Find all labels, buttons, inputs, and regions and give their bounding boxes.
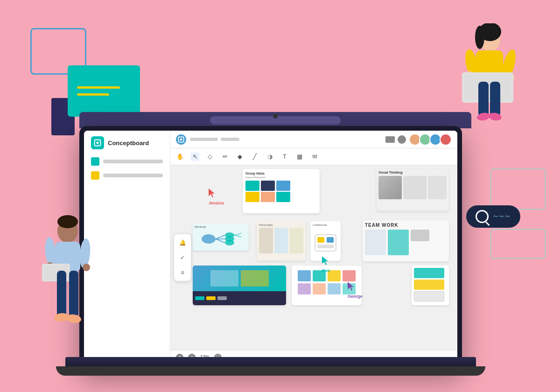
left-toolbar: 🔔 ✓ ≡ bbox=[174, 234, 191, 281]
jessica-label: Jessica bbox=[209, 201, 224, 205]
header-logo-icon bbox=[176, 134, 186, 145]
pen-tool[interactable]: ✏ bbox=[221, 153, 229, 161]
select-tool[interactable]: ↖ bbox=[191, 153, 199, 161]
header-bar-1 bbox=[190, 138, 218, 141]
collaborate-label: Collaborate bbox=[313, 224, 338, 226]
teamwork-title: TEAM WORK bbox=[365, 223, 447, 228]
sidebar-text-2 bbox=[103, 174, 163, 177]
svg-rect-11 bbox=[490, 82, 500, 117]
laptop: Conceptboard bbox=[79, 112, 471, 387]
svg-rect-23 bbox=[57, 271, 66, 317]
check-tool[interactable]: ✓ bbox=[177, 252, 188, 263]
photo-card bbox=[193, 266, 286, 305]
sidebar-logo: Conceptboard bbox=[91, 136, 163, 149]
svg-point-15 bbox=[57, 215, 78, 228]
group-ideas-title: Group Ideas bbox=[245, 172, 317, 175]
header-bar-2 bbox=[221, 138, 239, 141]
grid-icon[interactable] bbox=[385, 136, 395, 143]
mindmap-card: Mindmap bbox=[193, 224, 249, 251]
collaborate-card: Collaborate bbox=[310, 221, 341, 261]
cursor-jessica: Jessica bbox=[209, 189, 224, 205]
hand-tool[interactable]: ✋ bbox=[176, 153, 184, 161]
sidebar-color-yellow bbox=[91, 171, 99, 180]
shapes-tool[interactable]: ◇ bbox=[206, 153, 214, 161]
man-illustration bbox=[37, 212, 98, 362]
list-tool[interactable]: ≡ bbox=[177, 267, 188, 278]
app-header bbox=[170, 131, 457, 148]
visual-thinking-card: Visual Thinking bbox=[377, 169, 449, 211]
color-tool[interactable]: ◑ bbox=[266, 153, 274, 161]
sidebar-item-2[interactable] bbox=[91, 171, 163, 180]
svg-marker-42 bbox=[209, 189, 215, 197]
app-canvas[interactable]: 🔔 ✓ ≡ Group Ideas Feature Brainstorm bbox=[170, 165, 457, 350]
deco-square-right-2 bbox=[490, 229, 546, 259]
personality-card: Personality bbox=[257, 221, 306, 261]
header-text-bars bbox=[190, 138, 239, 141]
george-label: George bbox=[348, 294, 363, 299]
notes-card bbox=[412, 266, 449, 305]
svg-rect-39 bbox=[317, 237, 324, 243]
svg-marker-44 bbox=[348, 282, 354, 291]
svg-point-29 bbox=[202, 234, 216, 244]
sidebar-text-1 bbox=[103, 160, 163, 163]
sidebar-logo-icon bbox=[91, 136, 104, 149]
sidebar-color-teal bbox=[91, 157, 99, 166]
svg-point-2 bbox=[475, 26, 484, 49]
deco-yellow-line-1 bbox=[77, 86, 120, 89]
header-right bbox=[385, 133, 452, 146]
sidebar-item-1[interactable] bbox=[91, 157, 163, 166]
search-icon bbox=[476, 210, 489, 223]
woman-illustration bbox=[453, 23, 523, 140]
laptop-foot bbox=[56, 366, 485, 376]
table-tool[interactable]: ▦ bbox=[295, 153, 304, 161]
deco-square-right-1 bbox=[490, 168, 546, 210]
app-main: ✋ ↖ ◇ ✏ ◆ ╱ ◑ T ▦ ✉ 🔔 ✓ bbox=[170, 131, 457, 364]
svg-rect-41 bbox=[317, 245, 334, 248]
text-tool[interactable]: T bbox=[280, 153, 289, 161]
ben-label: Ben bbox=[322, 268, 330, 273]
svg-line-30 bbox=[216, 235, 225, 239]
search-squiggle: ~~~ bbox=[493, 212, 511, 222]
comment-tool[interactable]: ✉ bbox=[310, 153, 319, 161]
svg-point-35 bbox=[225, 240, 234, 245]
cursor-george: George bbox=[348, 282, 363, 299]
deco-yellow-line-2 bbox=[77, 93, 109, 96]
feature-brainstorm-label: Feature Brainstorm bbox=[245, 176, 317, 179]
svg-rect-40 bbox=[327, 237, 334, 243]
svg-line-37 bbox=[234, 235, 241, 237]
app-toolbar: ✋ ↖ ◇ ✏ ◆ ╱ ◑ T ▦ ✉ bbox=[170, 148, 457, 165]
bell-tool[interactable]: 🔔 bbox=[177, 237, 188, 248]
svg-marker-43 bbox=[322, 256, 328, 265]
brand-name: Conceptboard bbox=[108, 140, 149, 147]
avatar-4 bbox=[440, 133, 452, 146]
line-tool[interactable]: ╱ bbox=[251, 153, 259, 161]
svg-line-36 bbox=[234, 233, 241, 235]
mindmap-svg bbox=[195, 230, 246, 248]
svg-point-20 bbox=[83, 264, 90, 271]
cursor-ben: Ben bbox=[322, 256, 330, 273]
header-left bbox=[176, 134, 239, 145]
svg-rect-10 bbox=[478, 82, 489, 117]
laptop-notch bbox=[273, 114, 278, 119]
avatar-group bbox=[409, 133, 452, 146]
mindmap-label: Mindmap bbox=[195, 225, 247, 228]
fill-tool[interactable]: ◆ bbox=[236, 153, 244, 161]
svg-line-32 bbox=[216, 239, 225, 243]
deco-square-teal bbox=[68, 65, 140, 117]
visual-thinking-title: Visual Thinking bbox=[377, 169, 449, 176]
user-icon[interactable] bbox=[398, 135, 406, 144]
personality-label: Personality bbox=[259, 224, 303, 226]
collaborate-svg bbox=[313, 228, 338, 256]
laptop-screen: Conceptboard bbox=[79, 126, 462, 369]
screen-inner: Conceptboard bbox=[84, 131, 457, 364]
search-bubble: ~~~ bbox=[466, 205, 520, 228]
svg-rect-24 bbox=[69, 271, 78, 317]
group-ideas-card: Group Ideas Feature Brainstorm bbox=[243, 169, 320, 213]
teamwork-card: TEAM WORK bbox=[363, 220, 449, 261]
